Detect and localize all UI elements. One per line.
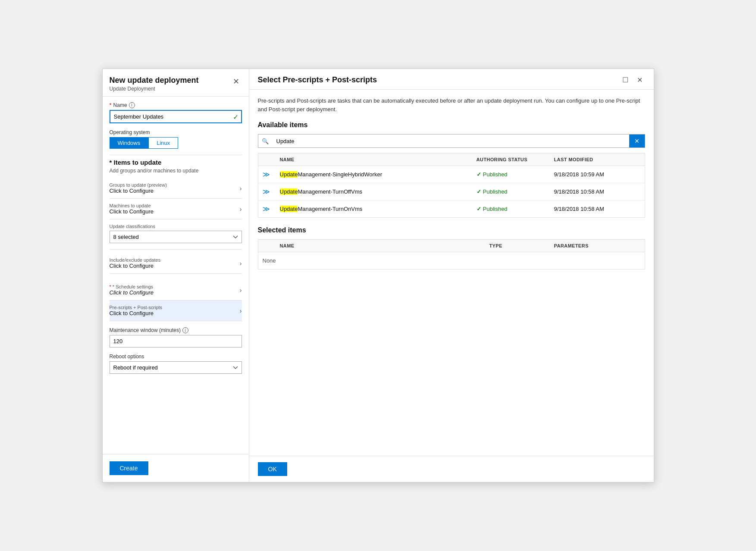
- row1-status-badge: ✓ Published: [477, 171, 554, 178]
- available-col-name: NAME: [280, 157, 477, 162]
- row3-modified: 9/18/2018 10:58 AM: [554, 206, 640, 212]
- row1-check-icon: ✓: [477, 171, 481, 178]
- include-exclude-value: Click to Configure: [110, 263, 161, 269]
- left-panel-title: New update deployment: [110, 76, 199, 85]
- selected-none-row: None: [258, 252, 645, 269]
- available-col-modified: LAST MODIFIED: [554, 157, 640, 162]
- selected-table-header: NAME TYPE PARAMETERS: [258, 240, 645, 252]
- search-input[interactable]: [272, 135, 629, 147]
- maintenance-info-icon[interactable]: i: [182, 327, 188, 333]
- reboot-select[interactable]: Reboot if required Never reboot Always r…: [110, 361, 242, 374]
- machines-label: Machines to update: [110, 203, 154, 208]
- name-field-group: * Name i ✓: [110, 102, 242, 123]
- left-panel-subtitle: Update Deployment: [110, 86, 199, 92]
- prescripts-label: Pre-scripts + Post-scripts: [110, 305, 163, 310]
- selected-col-type: TYPE: [489, 243, 554, 248]
- maximize-icon[interactable]: ☐: [620, 75, 631, 85]
- name-input-wrapper: ✓: [110, 110, 242, 123]
- groups-to-update-row[interactable]: Groups to update (preview) Click to Conf…: [110, 178, 242, 199]
- name-input[interactable]: [110, 110, 242, 123]
- update-classifications-group: Update classifications 8 selected: [110, 219, 242, 243]
- name-info-icon[interactable]: i: [129, 102, 135, 108]
- schedule-chevron-icon: ›: [240, 287, 242, 294]
- machines-chevron-icon: ›: [240, 206, 242, 213]
- selected-col-name: NAME: [280, 243, 489, 248]
- prescripts-row[interactable]: Pre-scripts + Post-scripts Click to Conf…: [110, 301, 242, 321]
- include-exclude-label: Include/exclude updates: [110, 257, 161, 263]
- available-col-status: AUTHORING STATUS: [477, 157, 554, 162]
- description-text: Pre-scripts and Post-scripts are tasks t…: [258, 97, 645, 113]
- items-to-update-title: * Items to update: [110, 159, 242, 166]
- row1-icon: ≫: [263, 170, 280, 178]
- right-header-icons: ☐ ✕: [620, 75, 645, 85]
- os-windows-button[interactable]: Windows: [110, 137, 149, 149]
- right-panel-close-button[interactable]: ✕: [634, 75, 645, 85]
- row3-check-icon: ✓: [477, 206, 481, 212]
- row2-modified: 9/18/2018 10:58 AM: [554, 188, 640, 195]
- machines-to-update-row[interactable]: Machines to update Click to Configure ›: [110, 199, 242, 219]
- row1-name: UpdateManagement-SingleHybridWorker: [280, 171, 477, 178]
- row2-name-highlight: Update: [280, 188, 298, 195]
- runbook-icon: ≫: [263, 171, 270, 178]
- update-classifications-select[interactable]: 8 selected: [110, 231, 242, 243]
- groups-label: Groups to update (preview): [110, 182, 167, 188]
- left-panel-close-button[interactable]: ✕: [230, 76, 242, 87]
- right-footer: OK: [249, 456, 654, 482]
- os-field-group: Operating system Windows Linux: [110, 129, 242, 149]
- row3-status: ✓ Published: [477, 206, 554, 212]
- right-header: Select Pre-scripts + Post-scripts ☐ ✕: [249, 69, 654, 90]
- name-label: * Name i: [110, 102, 242, 108]
- selected-col-icon: [263, 243, 280, 248]
- left-header: New update deployment Update Deployment …: [103, 69, 249, 97]
- update-class-label: Update classifications: [110, 224, 242, 229]
- groups-value: Click to Configure: [110, 188, 167, 194]
- row1-status: ✓ Published: [477, 171, 554, 178]
- right-body: Pre-scripts and Post-scripts are tasks t…: [249, 90, 654, 456]
- available-heading: Available items: [258, 121, 645, 129]
- right-panel-title: Select Pre-scripts + Post-scripts: [258, 75, 377, 85]
- os-label: Operating system: [110, 129, 242, 135]
- left-panel-body: * Name i ✓ Operating system Windows Linu…: [103, 97, 249, 454]
- runbook-icon: ≫: [263, 205, 270, 213]
- items-to-update-desc: Add groups and/or machines to update: [110, 168, 242, 174]
- row3-icon: ≫: [263, 205, 280, 213]
- ok-button[interactable]: OK: [258, 462, 287, 476]
- available-items-table: NAME AUTHORING STATUS LAST MODIFIED ≫ Up…: [258, 153, 645, 218]
- search-bar: 🔍 ✕: [258, 134, 645, 148]
- row2-name: UpdateManagement-TurnOffVms: [280, 188, 477, 195]
- schedule-settings-row[interactable]: * * Schedule settings Click to Configure…: [110, 280, 242, 301]
- maintenance-label: Maintenance window (minutes) i: [110, 327, 242, 333]
- groups-chevron-icon: ›: [240, 185, 242, 192]
- row2-icon: ≫: [263, 188, 280, 196]
- items-to-update-group: * Items to update Add groups and/or mach…: [110, 159, 242, 274]
- row2-check-icon: ✓: [477, 188, 481, 195]
- row1-name-highlight: Update: [280, 171, 298, 178]
- create-button[interactable]: Create: [110, 461, 148, 475]
- left-panel: New update deployment Update Deployment …: [103, 69, 249, 482]
- left-footer: Create: [103, 454, 249, 482]
- reboot-label: Reboot options: [110, 354, 242, 360]
- maintenance-input[interactable]: [110, 335, 242, 348]
- include-exclude-row[interactable]: Include/exclude updates Click to Configu…: [110, 253, 242, 274]
- selected-col-params: PARAMETERS: [554, 243, 640, 248]
- row3-name: UpdateManagement-TurnOnVms: [280, 206, 477, 212]
- machines-value: Click to Configure: [110, 208, 154, 215]
- reboot-field-group: Reboot options Reboot if required Never …: [110, 354, 242, 374]
- row2-status: ✓ Published: [477, 188, 554, 195]
- selected-heading: Selected items: [258, 226, 645, 234]
- name-required-star: *: [110, 102, 112, 108]
- table-row[interactable]: ≫ UpdateManagement-SingleHybridWorker ✓ …: [258, 166, 645, 183]
- search-clear-button[interactable]: ✕: [629, 135, 645, 147]
- table-row[interactable]: ≫ UpdateManagement-TurnOffVms ✓ Publishe…: [258, 183, 645, 200]
- include-exclude-chevron-icon: ›: [240, 260, 242, 267]
- selected-items-table: NAME TYPE PARAMETERS None: [258, 239, 645, 269]
- prescripts-value: Click to Configure: [110, 310, 163, 316]
- table-row[interactable]: ≫ UpdateManagement-TurnOnVms ✓ Published…: [258, 200, 645, 217]
- schedule-label: * * Schedule settings: [110, 284, 154, 289]
- available-col-icon: [263, 157, 280, 162]
- right-panel: Select Pre-scripts + Post-scripts ☐ ✕ Pr…: [249, 69, 654, 482]
- row3-status-badge: ✓ Published: [477, 206, 554, 212]
- row1-modified: 9/18/2018 10:59 AM: [554, 171, 640, 178]
- maintenance-field-group: Maintenance window (minutes) i: [110, 327, 242, 348]
- os-linux-button[interactable]: Linux: [148, 137, 178, 149]
